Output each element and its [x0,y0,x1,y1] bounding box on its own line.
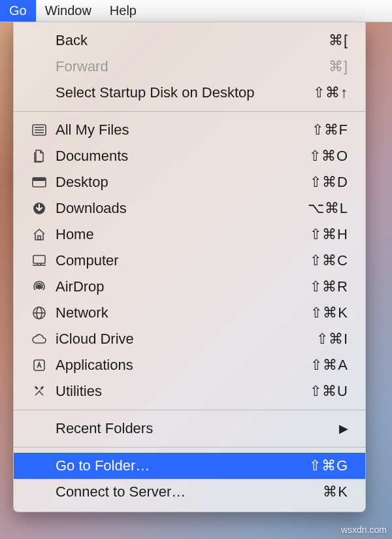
menu-separator [14,447,365,448]
submenu-arrow-icon: ▶ [339,421,348,436]
menubar: Go Window Help [0,0,392,22]
svg-point-9 [37,285,41,289]
menu-label: Select Startup Disk on Desktop [56,84,254,101]
menu-item-icloud-drive[interactable]: iCloud Drive ⇧⌘I [14,326,365,352]
menu-shortcut: ⌘] [329,58,348,75]
menu-label: Computer [56,252,119,269]
watermark: wsxdn.com [341,525,387,535]
menu-item-network[interactable]: Network ⇧⌘K [14,300,365,326]
downloads-icon [31,201,48,216]
icloud-icon [31,331,48,347]
menu-shortcut: ⇧⌘↑ [313,84,348,101]
home-icon [31,227,48,242]
desktop-icon [31,174,48,190]
applications-icon [31,357,48,373]
svg-rect-7 [38,236,41,240]
menu-label: All My Files [56,122,129,139]
menu-separator [14,410,365,410]
menu-label: Desktop [56,174,108,191]
computer-icon [31,253,48,269]
menu-item-airdrop[interactable]: AirDrop ⇧⌘R [14,274,365,300]
menu-label: Applications [56,357,133,374]
menu-label: Network [56,304,108,321]
menu-item-documents[interactable]: Documents ⇧⌘O [14,143,365,169]
menu-shortcut: ⌥⌘L [308,200,348,217]
menu-shortcut: ⌘K [323,483,348,500]
menu-shortcut: ⇧⌘C [310,252,348,269]
menu-item-select-startup-disk[interactable]: Select Startup Disk on Desktop ⇧⌘↑ [14,80,365,106]
menu-item-connect-to-server[interactable]: Connect to Server… ⌘K [14,479,365,505]
menubar-item-window[interactable]: Window [36,0,101,22]
network-icon [31,305,48,321]
all-my-files-icon [31,122,48,138]
menu-label: iCloud Drive [56,331,134,348]
menu-label: Utilities [56,383,102,400]
menu-item-utilities[interactable]: Utilities ⇧⌘U [14,378,365,404]
menu-label: Back [56,32,88,49]
menu-label: AirDrop [56,278,105,295]
menu-item-all-my-files[interactable]: All My Files ⇧⌘F [14,117,365,143]
menu-item-computer[interactable]: Computer ⇧⌘C [14,248,365,274]
menu-item-go-to-folder[interactable]: Go to Folder… ⇧⌘G [14,453,365,479]
menubar-item-help[interactable]: Help [101,0,146,22]
menu-item-forward: Forward ⌘] [14,54,365,80]
menu-label: Documents [56,148,128,165]
menu-item-desktop[interactable]: Desktop ⇧⌘D [14,169,365,195]
menu-shortcut: ⇧⌘H [310,226,348,243]
menu-label: Forward [56,58,108,75]
menu-item-applications[interactable]: Applications ⇧⌘A [14,352,365,378]
menu-shortcut: ⇧⌘R [310,278,348,295]
documents-icon [31,148,48,164]
menu-item-recent-folders[interactable]: Recent Folders ▶ [14,416,365,442]
menu-shortcut: ⇧⌘U [310,383,348,400]
menubar-label: Go [9,3,27,18]
menubar-label: Window [45,3,91,18]
menu-separator [14,111,365,112]
menu-label: Downloads [56,200,127,217]
airdrop-icon [31,279,48,295]
menu-shortcut: ⇧⌘K [310,304,348,321]
menubar-item-go[interactable]: Go [0,0,36,22]
menu-shortcut: ⇧⌘I [316,331,348,348]
menu-shortcut: ⌘[ [329,32,348,49]
go-menu: Back ⌘[ Forward ⌘] Select Startup Disk o… [13,22,366,512]
menu-item-home[interactable]: Home ⇧⌘H [14,221,365,248]
menu-label: Go to Folder… [56,457,150,474]
utilities-icon [31,384,48,399]
menu-label: Connect to Server… [56,483,186,500]
menu-item-downloads[interactable]: Downloads ⌥⌘L [14,195,365,221]
menu-shortcut: ⇧⌘O [309,148,348,165]
menu-shortcut: ⇧⌘D [310,174,348,191]
menu-label: Recent Folders [56,420,153,437]
svg-rect-8 [33,255,45,263]
menu-label: Home [56,226,94,243]
svg-rect-5 [33,178,46,181]
menu-shortcut: ⇧⌘A [310,357,348,374]
menu-shortcut: ⇧⌘F [312,122,348,139]
menu-item-back[interactable]: Back ⌘[ [14,27,365,54]
menu-shortcut: ⇧⌘G [309,457,348,474]
menubar-label: Help [110,3,137,18]
